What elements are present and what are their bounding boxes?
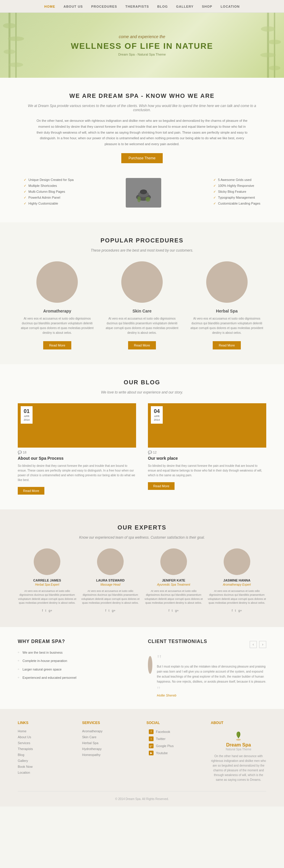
experts-subtitle: Know our experienced team of spa wellnes…: [18, 535, 266, 539]
footer-link-item[interactable]: Location: [18, 771, 74, 774]
feature-right-item: Sticky Blog Feature: [213, 190, 260, 193]
googleplus-icon[interactable]: g+: [175, 609, 179, 612]
footer-service-item[interactable]: Homeopathy: [82, 753, 138, 756]
experts-section: OUR EXPERTS Know our experienced team of…: [0, 509, 284, 627]
expert-text: At vero eos et accusamus et iusto odio d…: [18, 589, 77, 605]
procedure-name: Aromatherapy: [18, 309, 97, 313]
footer-brand: Dream Spa Natural Spa Theme On the other…: [211, 730, 266, 782]
twitter-icon[interactable]: t: [45, 609, 46, 612]
nav-item-gallery[interactable]: GALLERY: [176, 5, 194, 8]
hero-section: come and experience the WELLNESS OF LIFE…: [0, 13, 284, 78]
twitter-icon[interactable]: t: [235, 609, 236, 612]
nav-item-location[interactable]: LOCATION: [221, 5, 240, 8]
testimonials-header: CLIENT TESTIMONIALS ‹ ›: [148, 639, 266, 650]
why-col: WHY DREAM SPA? We are the best in busine…: [18, 639, 136, 697]
googleplus-icon[interactable]: g+: [112, 609, 116, 612]
nav-item-therapists[interactable]: THERAPISTS: [125, 5, 149, 8]
prev-button[interactable]: ‹: [250, 641, 257, 648]
blog-section: OUR BLOG We love to write about our expe…: [0, 364, 284, 509]
footer-about-col: About Dream Spa Natural Spa Theme On the…: [211, 721, 266, 782]
testimonial-content: " But I must explain to you all the mist…: [148, 656, 266, 697]
googleplus-icon[interactable]: g+: [238, 609, 242, 612]
about-title: WE ARE DREAM SPA - KNOW WHO WE ARE: [24, 93, 260, 99]
nav-item-procedures[interactable]: PROCEDURES: [91, 5, 117, 8]
procedures-subtitle: These procedures are the best and most l…: [18, 248, 266, 252]
footer-brand-name: Dream Spa: [211, 742, 266, 748]
facebook-icon[interactable]: f: [105, 609, 106, 612]
footer-social-item[interactable]: t Twitter: [146, 737, 202, 741]
about-features: Unique Design Created for SpaMultiple Sh…: [24, 178, 260, 208]
footer: Links HomeAbout UsServicesTherapistsBlog…: [0, 709, 284, 807]
svg-point-9: [268, 40, 281, 44]
blog-comments: 💬 18: [18, 451, 136, 455]
procedure-card: Aromatherapy At vero eos et accusamus et…: [18, 261, 97, 349]
about-section: WE ARE DREAM SPA - KNOW WHO WE ARE We at…: [0, 78, 284, 222]
twitter-icon[interactable]: t: [172, 609, 173, 612]
bamboo-left-icon: [0, 13, 38, 78]
blog-date: 04 APR 2014: [151, 406, 163, 424]
expert-card: JENIFER KATE Ayurvedic Spa Treatment At …: [144, 549, 203, 612]
read-more-button[interactable]: Read More: [128, 341, 156, 349]
procedure-image: [36, 261, 78, 303]
testimonial-quote: But I must explain to you all the mistak…: [157, 664, 266, 684]
blog-read-more-button[interactable]: Read More: [148, 482, 174, 490]
footer-link-item[interactable]: Gallery: [18, 759, 74, 763]
blog-cards: 01 APR 2014 💬 18 About our Spa Process S…: [18, 403, 266, 495]
procedure-text: At vero eos et accusamus et iusto odio d…: [103, 316, 182, 335]
footer-service-item[interactable]: Aromatherapy: [82, 730, 138, 733]
why-item: Experienced and educated personnel: [18, 675, 136, 680]
facebook-icon[interactable]: f: [232, 609, 232, 612]
footer-link-item[interactable]: About Us: [18, 735, 74, 739]
twitter-icon[interactable]: t: [109, 609, 110, 612]
footer-link-item[interactable]: Blog: [18, 753, 74, 756]
blog-year: 2014: [154, 418, 160, 421]
footer-cols: Links HomeAbout UsServicesTherapistsBlog…: [18, 721, 266, 782]
facebook-icon[interactable]: f: [42, 609, 43, 612]
purchase-theme-button[interactable]: Purchase Theme: [121, 153, 163, 163]
footer-link-item[interactable]: Services: [18, 741, 74, 745]
procedure-text: At vero eos et accusamus et iusto odio d…: [18, 316, 97, 335]
feature-left-item: Multiple Shortcodes: [24, 184, 74, 187]
procedure-text: At vero eos et accusamus et iusto odio d…: [187, 316, 266, 335]
nav-item-about-us[interactable]: ABOUT US: [64, 5, 83, 8]
google-plus-icon: g+: [149, 744, 153, 748]
next-button[interactable]: ›: [259, 641, 266, 648]
blog-post-title: About our Spa Process: [18, 456, 136, 461]
svg-point-4: [4, 50, 16, 54]
footer-link-item[interactable]: Home: [18, 730, 74, 733]
procedure-name: Skin Care: [103, 309, 182, 313]
experts-title: OUR EXPERTS: [18, 524, 266, 531]
facebook-icon[interactable]: f: [169, 609, 170, 612]
svg-point-5: [9, 62, 23, 67]
googleplus-icon[interactable]: g+: [49, 609, 52, 612]
footer-service-item[interactable]: Skin Care: [82, 735, 138, 739]
expert-role: Herbal Spa Expert: [18, 583, 77, 586]
feature-left-item: Highly Customizable: [24, 202, 74, 205]
nav-item-shop[interactable]: SHOP: [202, 5, 212, 8]
youtube-icon: ▶: [149, 751, 153, 755]
footer-service-item[interactable]: Hydrotherapy: [82, 747, 138, 751]
read-more-button[interactable]: Read More: [43, 341, 71, 349]
blog-month: APR: [24, 415, 30, 418]
footer-link-item[interactable]: Book Now: [18, 765, 74, 768]
footer-social-item[interactable]: g+ Google Plus: [146, 744, 202, 748]
blog-image: 04 APR 2014: [148, 403, 266, 447]
nav-item-blog[interactable]: BLOG: [158, 5, 168, 8]
facebook-icon: f: [149, 730, 153, 734]
svg-point-14: [140, 189, 147, 194]
footer-service-item[interactable]: Herbal Spa: [82, 741, 138, 745]
read-more-button[interactable]: Read More: [213, 341, 240, 349]
blog-read-more-button[interactable]: Read More: [18, 487, 45, 495]
about-body: On the other hand, we denounce with righ…: [35, 118, 249, 147]
footer-social-item[interactable]: ▶ Youtube: [146, 751, 202, 755]
footer-social-item[interactable]: f Facebook: [146, 730, 202, 734]
spa-image: [126, 178, 161, 208]
blog-day: 01: [24, 408, 30, 415]
svg-point-10: [260, 53, 276, 57]
footer-links-title: Links: [18, 721, 74, 725]
nav-item-home[interactable]: HOME: [45, 5, 55, 8]
blog-post-text: So blinded by desire that they cannot fo…: [148, 464, 266, 478]
blog-card: 01 APR 2014 💬 18 About our Spa Process S…: [18, 403, 136, 495]
footer-brand-text: On the other hand we denounce with right…: [211, 754, 266, 782]
footer-link-item[interactable]: Therapists: [18, 747, 74, 751]
